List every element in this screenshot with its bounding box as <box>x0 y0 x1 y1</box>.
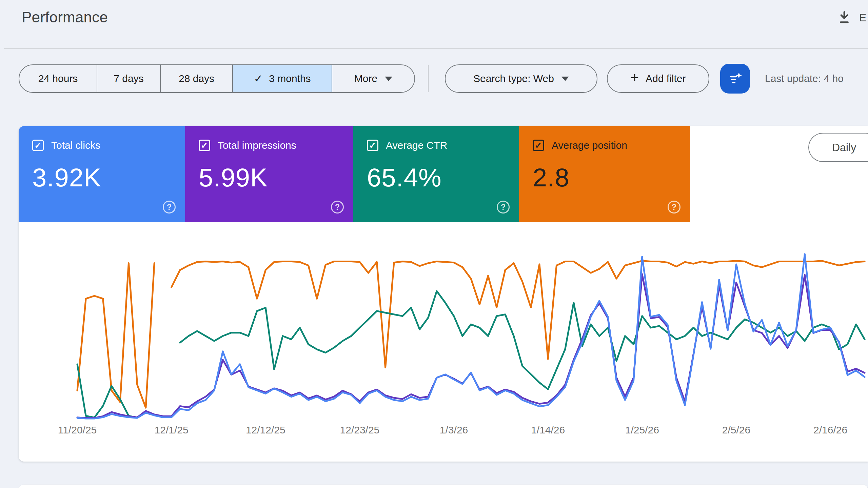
help-icon[interactable]: ? <box>668 201 680 214</box>
checkbox-total-impressions[interactable]: ✓ <box>199 140 210 151</box>
date-range-label: 28 days <box>179 73 214 84</box>
granularity-label: Daily <box>832 141 856 154</box>
x-axis-label: 1/3/26 <box>440 424 468 436</box>
checkbox-average-ctr[interactable]: ✓ <box>367 140 378 151</box>
chevron-down-icon <box>385 77 392 81</box>
download-icon <box>837 10 852 25</box>
toolbar-separator <box>428 65 429 92</box>
chevron-down-icon <box>561 77 569 81</box>
x-axis-label: 12/23/25 <box>340 424 380 436</box>
check-icon: ✓ <box>254 72 263 85</box>
x-axis-label: 12/1/25 <box>155 424 189 436</box>
check-icon: ✓ <box>201 140 208 151</box>
date-range-3-months[interactable]: ✓ 3 months <box>233 65 332 92</box>
metric-value: 2.8 <box>533 163 690 192</box>
date-range-7-days[interactable]: 7 days <box>97 65 161 92</box>
metric-value: 5.99K <box>199 163 353 192</box>
date-range-label: 3 months <box>269 73 311 84</box>
check-icon: ✓ <box>535 140 542 151</box>
x-axis-label: 1/14/26 <box>531 424 565 436</box>
metric-card-total-clicks[interactable]: ✓ Total clicks 3.92K ? <box>19 126 185 222</box>
metric-value: 65.4% <box>367 163 519 192</box>
export-button[interactable]: E <box>837 7 868 28</box>
date-range-label: 24 hours <box>38 73 78 84</box>
add-filter-button[interactable]: + Add filter <box>607 64 709 93</box>
performance-chart[interactable] <box>19 217 868 458</box>
filter-toolbar: 24 hours 7 days 28 days ✓ 3 months More … <box>0 64 868 93</box>
performance-panel: ✓ Total clicks 3.92K ? ✓ Total impressio… <box>19 126 868 462</box>
question-glyph: ? <box>501 203 506 212</box>
metric-label: Total clicks <box>51 140 100 151</box>
series-line-average-position <box>77 263 154 408</box>
x-axis-label: 1/25/26 <box>625 424 659 436</box>
question-glyph: ? <box>672 203 676 212</box>
metric-card-total-impressions[interactable]: ✓ Total impressions 5.99K ? <box>185 126 353 222</box>
filter-sparkle-icon <box>726 70 744 87</box>
more-label: More <box>354 73 377 84</box>
add-filter-label: Add filter <box>646 73 686 84</box>
question-glyph: ? <box>167 203 172 212</box>
series-line-total-impressions <box>77 274 865 418</box>
date-range-label: 7 days <box>114 73 143 84</box>
ai-filter-button[interactable] <box>720 64 750 94</box>
metric-label: Average CTR <box>386 140 447 151</box>
metric-cards: ✓ Total clicks 3.92K ? ✓ Total impressio… <box>19 126 690 222</box>
x-axis-label: 12/12/25 <box>246 424 285 436</box>
series-line-average-ctr <box>180 291 865 389</box>
series-line-average-ctr <box>77 364 137 418</box>
search-type-dropdown[interactable]: Search type: Web <box>445 64 597 93</box>
help-icon[interactable]: ? <box>163 201 176 214</box>
x-axis-label: 2/5/26 <box>722 424 750 436</box>
granularity-dropdown[interactable]: Daily <box>808 133 868 162</box>
date-range-24-hours[interactable]: 24 hours <box>19 65 97 92</box>
search-type-label: Search type: Web <box>473 73 554 84</box>
x-axis-label: 2/16/26 <box>813 424 847 436</box>
check-icon: ✓ <box>34 140 42 151</box>
checkbox-total-clicks[interactable]: ✓ <box>32 140 44 151</box>
next-section-card <box>19 485 868 488</box>
question-glyph: ? <box>335 203 340 212</box>
metric-card-average-position[interactable]: ✓ Average position 2.8 ? <box>519 126 690 222</box>
x-axis: 11/20/2512/1/2512/12/2512/23/251/3/261/1… <box>19 424 868 438</box>
x-axis-label: 11/20/25 <box>58 424 97 436</box>
last-update-text: Last update: 4 ho <box>765 64 868 93</box>
checkbox-average-position[interactable]: ✓ <box>533 140 544 151</box>
more-date-ranges-button[interactable]: More <box>332 65 414 92</box>
date-range-28-days[interactable]: 28 days <box>161 65 233 92</box>
check-icon: ✓ <box>369 140 376 151</box>
page-title: Performance <box>22 9 108 26</box>
header-divider <box>4 48 868 49</box>
date-range-group: 24 hours 7 days 28 days ✓ 3 months More <box>19 64 415 93</box>
metric-label: Average position <box>552 140 627 151</box>
metric-card-average-ctr[interactable]: ✓ Average CTR 65.4% ? <box>353 126 519 222</box>
metric-label: Total impressions <box>218 140 296 151</box>
export-label: E <box>859 12 867 24</box>
metric-value: 3.92K <box>32 163 185 192</box>
help-icon[interactable]: ? <box>497 201 510 214</box>
help-icon[interactable]: ? <box>331 201 344 214</box>
